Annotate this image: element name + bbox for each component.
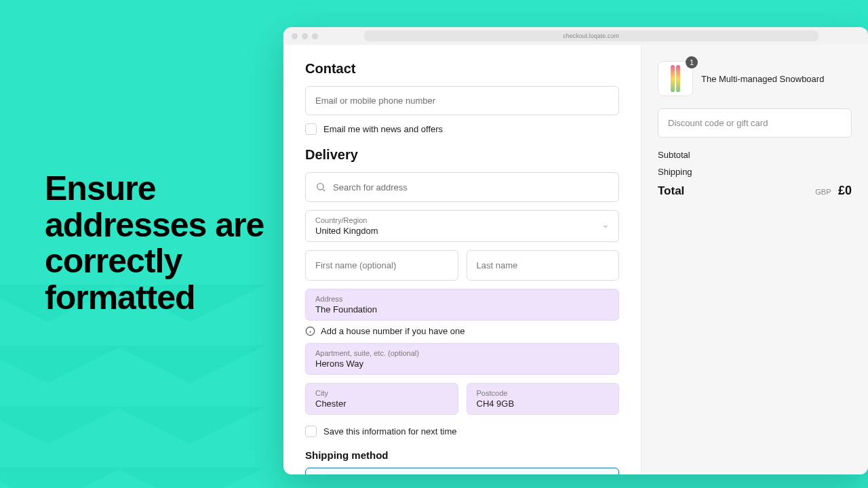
- address-hint: Add a house number if you have one: [305, 326, 619, 336]
- shipping-heading: Shipping method: [305, 449, 619, 461]
- apartment-label: Apartment, suite, etc. (optional): [315, 349, 609, 357]
- discount-placeholder: Discount code or gift card: [668, 118, 768, 128]
- chevron-down-icon: [602, 223, 609, 230]
- save-info-checkbox[interactable]: [305, 426, 317, 437]
- cart-item: 1 The Multi-managed Snowboard: [658, 61, 852, 96]
- subtotal-row: Subtotal: [658, 150, 852, 160]
- shipping-row: Shipping: [658, 167, 852, 177]
- address-value: The Foundation: [315, 304, 609, 314]
- address-bar[interactable]: checkout.loqate.com: [364, 30, 818, 41]
- minimize-icon[interactable]: [302, 33, 308, 39]
- news-offers-label: Email me with news and offers: [323, 124, 443, 134]
- product-name: The Multi-managed Snowboard: [701, 74, 824, 84]
- first-name-placeholder: First name (optional): [315, 256, 448, 274]
- first-name-field[interactable]: First name (optional): [305, 250, 458, 281]
- email-field[interactable]: Email or mobile phone number: [305, 86, 619, 115]
- email-placeholder: Email or mobile phone number: [315, 96, 435, 106]
- address-search-field[interactable]: Search for address: [305, 172, 619, 202]
- checkout-main: Contact Email or mobile phone number Ema…: [283, 45, 642, 474]
- order-summary: 1 The Multi-managed Snowboard Discount c…: [642, 45, 868, 474]
- product-thumbnail: 1: [658, 61, 693, 96]
- address-field[interactable]: Address The Foundation: [305, 289, 619, 321]
- close-icon[interactable]: [292, 33, 298, 39]
- contact-heading: Contact: [305, 61, 619, 77]
- search-icon: [315, 182, 326, 192]
- postcode-label: Postcode: [477, 389, 610, 397]
- total-row: Total GBP £0: [658, 184, 852, 198]
- shipping-label: Shipping: [658, 167, 692, 177]
- info-icon: [305, 326, 315, 336]
- city-value: Chester: [315, 399, 448, 409]
- item-qty-badge: 1: [686, 56, 698, 68]
- window-titlebar: checkout.loqate.com: [283, 27, 868, 45]
- save-info-row[interactable]: Save this information for next time: [305, 426, 619, 437]
- last-name-placeholder: Last name: [477, 256, 610, 274]
- save-info-label: Save this information for next time: [323, 426, 457, 436]
- maximize-icon[interactable]: [312, 33, 318, 39]
- address-hint-text: Add a house number if you have one: [321, 326, 465, 336]
- news-offers-checkbox[interactable]: [305, 123, 317, 135]
- discount-field[interactable]: Discount code or gift card: [658, 108, 852, 138]
- apartment-field[interactable]: Apartment, suite, etc. (optional) Herons…: [305, 343, 619, 375]
- subtotal-label: Subtotal: [658, 150, 690, 160]
- shipping-option-standard[interactable]: Standard Free: [305, 468, 619, 474]
- address-label: Address: [315, 295, 609, 303]
- postcode-value: CH4 9GB: [477, 399, 610, 409]
- total-amount: £0: [838, 184, 852, 197]
- headline: Ensure addresses are correctly formatted: [45, 171, 269, 316]
- svg-line-1: [323, 189, 325, 191]
- url-text: checkout.loqate.com: [563, 33, 619, 39]
- delivery-heading: Delivery: [305, 147, 619, 163]
- country-label: Country/Region: [315, 216, 609, 224]
- address-search-placeholder: Search for address: [333, 182, 408, 192]
- postcode-field[interactable]: Postcode CH4 9GB: [467, 383, 620, 415]
- city-field[interactable]: City Chester: [305, 383, 458, 415]
- country-value: United Kingdom: [315, 226, 609, 236]
- country-select[interactable]: Country/Region United Kingdom: [305, 210, 619, 242]
- total-label: Total: [658, 184, 684, 198]
- svg-point-0: [317, 184, 323, 190]
- news-offers-row[interactable]: Email me with news and offers: [305, 123, 619, 135]
- city-label: City: [315, 389, 448, 397]
- browser-window: checkout.loqate.com Contact Email or mob…: [283, 27, 868, 474]
- last-name-field[interactable]: Last name: [467, 250, 620, 281]
- currency-code: GBP: [815, 188, 831, 196]
- apartment-value: Herons Way: [315, 359, 609, 369]
